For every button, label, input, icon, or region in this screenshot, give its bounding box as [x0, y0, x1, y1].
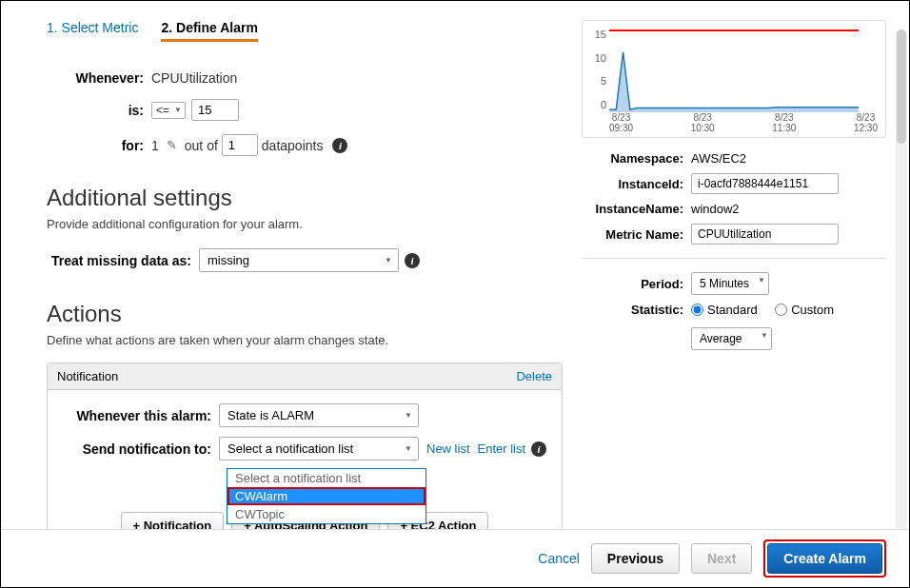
additional-settings-title: Additional settings	[47, 185, 563, 211]
statistic-select[interactable]: Average	[691, 327, 772, 350]
next-button: Next	[691, 543, 752, 574]
cancel-link[interactable]: Cancel	[538, 551, 580, 566]
info-icon[interactable]: i	[405, 253, 420, 268]
instancename-value: window2	[691, 202, 740, 216]
x-tick: 8/23	[772, 112, 796, 123]
instancename-label: InstanceName:	[582, 202, 691, 216]
statistic-label: Statistic:	[582, 303, 691, 317]
alarm-state-select[interactable]: State is ALARM	[219, 403, 419, 427]
x-tick: 8/23	[609, 112, 633, 123]
y-tick: 5	[587, 75, 606, 87]
x-tick: 10:30	[691, 123, 715, 133]
statistic-custom-radio[interactable]: Custom	[775, 303, 834, 317]
scrollbar-thumb[interactable]	[897, 29, 906, 144]
for-value: 1	[151, 138, 159, 153]
whenever-label: Whenever:	[47, 70, 151, 86]
whenever-metric: CPUUtilization	[151, 70, 237, 86]
instanceid-input[interactable]	[691, 173, 839, 194]
datapoints-text: datapoints	[262, 138, 324, 153]
statistic-standard-radio[interactable]: Standard	[691, 303, 758, 317]
delete-notification-link[interactable]: Delete	[516, 369, 552, 383]
new-list-link[interactable]: New list	[426, 441, 470, 456]
y-tick: 10	[587, 52, 606, 64]
notification-list-select[interactable]: Select a notification list	[219, 437, 419, 461]
wizard-tabs: 1. Select Metric 2. Define Alarm	[47, 20, 563, 49]
instanceid-label: InstanceId:	[582, 177, 691, 191]
notification-header: Notification	[57, 369, 118, 383]
scrollbar[interactable]	[896, 29, 907, 530]
datapoints-input[interactable]	[222, 134, 258, 156]
enter-list-link[interactable]: Enter list	[478, 441, 526, 456]
tab-select-metric[interactable]: 1. Select Metric	[47, 20, 138, 42]
metric-chart: 15 10 5 0 8/2309:30 8/2310:30 8/2311:30 …	[582, 20, 886, 138]
missing-data-label: Treat missing data as:	[37, 253, 199, 268]
x-tick: 09:30	[609, 123, 633, 133]
x-tick: 12:30	[854, 123, 878, 133]
y-tick: 0	[587, 99, 606, 110]
notification-panel: Notification Delete Whenever this alarm:…	[47, 363, 563, 532]
dropdown-option-placeholder[interactable]: Select a notification list	[228, 469, 425, 487]
x-tick: 11:30	[772, 123, 796, 133]
x-tick: 8/23	[691, 112, 715, 123]
period-select[interactable]: 5 Minutes	[691, 272, 769, 295]
x-tick: 8/23	[854, 112, 878, 123]
metricname-input[interactable]	[691, 224, 839, 245]
send-notification-label: Send notification to:	[57, 441, 219, 457]
missing-data-select[interactable]: missing	[199, 248, 399, 272]
whenever-alarm-label: Whenever this alarm:	[57, 408, 219, 423]
y-tick: 15	[587, 29, 606, 40]
actions-title: Actions	[47, 301, 563, 327]
info-icon[interactable]: i	[531, 441, 546, 457]
period-label: Period:	[582, 277, 691, 291]
namespace-value: AWS/EC2	[691, 151, 746, 166]
tab-define-alarm[interactable]: 2. Define Alarm	[161, 20, 257, 42]
additional-settings-desc: Provide additional configuration for you…	[47, 217, 563, 231]
notification-dropdown[interactable]: Select a notification list CWAlarm CWTop…	[227, 468, 426, 524]
operator-select[interactable]: <=	[151, 102, 186, 119]
namespace-label: Namespace:	[582, 151, 691, 166]
dropdown-option-cwalarm[interactable]: CWAlarm	[228, 487, 425, 505]
create-alarm-button[interactable]: Create Alarm	[767, 543, 882, 574]
previous-button[interactable]: Previous	[591, 543, 680, 574]
dialog-footer: Cancel Previous Next Create Alarm	[1, 529, 909, 587]
dropdown-option-cwtopic[interactable]: CWTopic	[228, 505, 425, 523]
is-label: is:	[47, 103, 151, 118]
actions-desc: Define what actions are taken when your …	[47, 333, 563, 347]
metricname-label: Metric Name:	[582, 227, 691, 242]
info-icon[interactable]: i	[332, 138, 347, 153]
threshold-input[interactable]	[191, 99, 239, 121]
edit-icon[interactable]: ✎	[167, 138, 177, 152]
out-of-text: out of	[185, 138, 218, 153]
for-label: for:	[47, 138, 151, 153]
